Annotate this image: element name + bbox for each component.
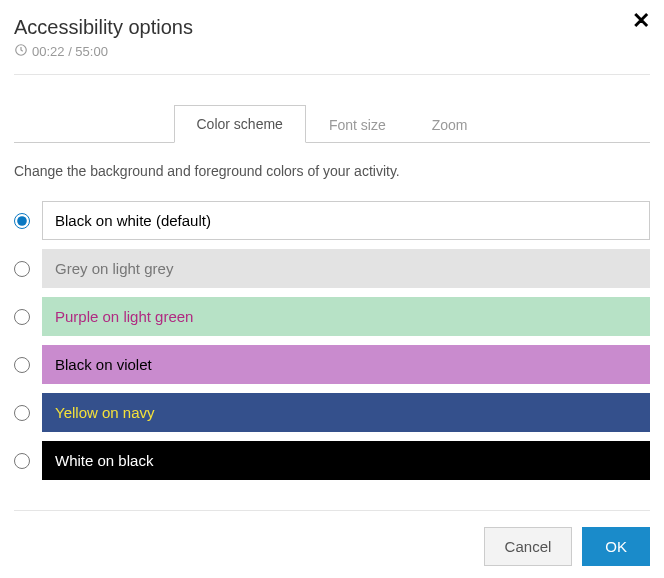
timer-text: 00:22 / 55:00 — [32, 44, 108, 59]
close-button[interactable]: ✕ — [632, 10, 650, 32]
clock-icon — [14, 43, 28, 60]
tab-description: Change the background and foreground col… — [14, 163, 650, 179]
tab-font-size[interactable]: Font size — [306, 105, 409, 143]
color-option-row[interactable]: Black on white (default) — [14, 201, 650, 240]
color-option-radio[interactable] — [14, 309, 30, 325]
cancel-button[interactable]: Cancel — [484, 527, 573, 566]
color-option-row[interactable]: Black on violet — [14, 345, 650, 384]
color-option-radio[interactable] — [14, 261, 30, 277]
color-option-swatch[interactable]: Black on white (default) — [42, 201, 650, 240]
color-option-row[interactable]: White on black — [14, 441, 650, 480]
color-option-radio[interactable] — [14, 213, 30, 229]
ok-button[interactable]: OK — [582, 527, 650, 566]
close-icon: ✕ — [632, 8, 650, 33]
divider — [14, 74, 650, 75]
color-option-row[interactable]: Purple on light green — [14, 297, 650, 336]
tab-zoom[interactable]: Zoom — [409, 105, 491, 143]
color-option-row[interactable]: Yellow on navy — [14, 393, 650, 432]
divider — [14, 510, 650, 511]
color-option-swatch[interactable]: White on black — [42, 441, 650, 480]
tab-bar: Color scheme Font size Zoom — [14, 105, 650, 143]
color-option-swatch[interactable]: Grey on light grey — [42, 249, 650, 288]
color-scheme-options: Black on white (default)Grey on light gr… — [14, 201, 650, 480]
accessibility-dialog: ✕ Accessibility options 00:22 / 55:00 Co… — [0, 0, 664, 578]
color-option-radio[interactable] — [14, 453, 30, 469]
color-option-swatch[interactable]: Purple on light green — [42, 297, 650, 336]
color-option-swatch[interactable]: Black on violet — [42, 345, 650, 384]
color-option-swatch[interactable]: Yellow on navy — [42, 393, 650, 432]
color-option-radio[interactable] — [14, 405, 30, 421]
tab-color-scheme[interactable]: Color scheme — [174, 105, 306, 143]
color-option-row[interactable]: Grey on light grey — [14, 249, 650, 288]
color-option-radio[interactable] — [14, 357, 30, 373]
timer-row: 00:22 / 55:00 — [14, 43, 650, 60]
dialog-footer: Cancel OK — [14, 527, 650, 566]
dialog-title: Accessibility options — [14, 16, 650, 39]
